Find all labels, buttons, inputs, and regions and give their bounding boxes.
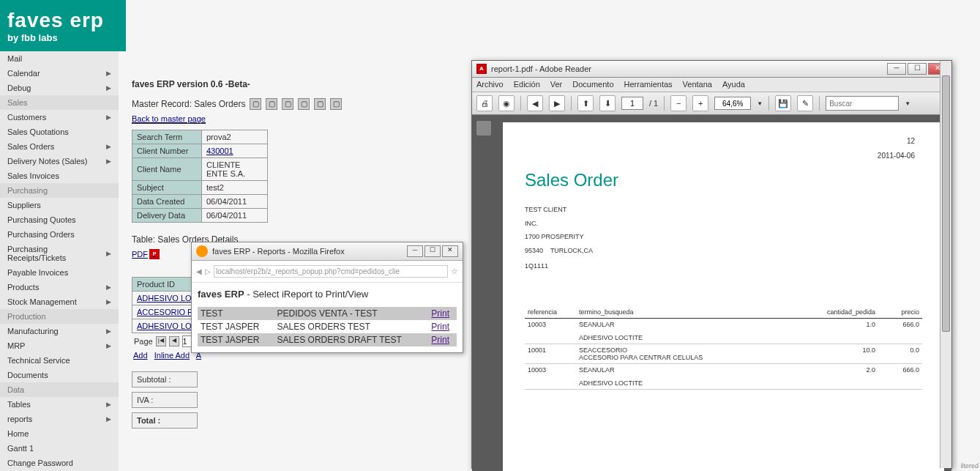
url-input[interactable] (214, 265, 448, 278)
page-down-icon[interactable]: ⬇ (599, 95, 616, 111)
scrollbar[interactable] (940, 61, 951, 468)
menu-home[interactable]: Home (0, 426, 119, 441)
master-record-text: Master Record: Sales Orders (132, 99, 245, 109)
zoom-in-icon[interactable]: + (692, 95, 708, 111)
print-icon[interactable]: 🖨 (476, 95, 493, 111)
menu-ventana[interactable]: Ventana (683, 80, 712, 89)
doc-ref: 1Q1111 (525, 262, 922, 270)
page-number-input[interactable] (621, 97, 643, 110)
chevron-right-icon: ▶ (106, 70, 111, 77)
zoom-input[interactable] (714, 97, 751, 110)
back-icon[interactable]: ◀ (196, 267, 202, 275)
menu-change-password[interactable]: Change Password (0, 456, 119, 470)
menu-sales-quotations[interactable]: Sales Quotations (0, 125, 119, 139)
menu-manufacturing[interactable]: Manufacturing▶ (0, 324, 119, 338)
bookmark-icon[interactable]: ☆ (451, 267, 458, 276)
menu-payable-invoices[interactable]: Payable Invoices (0, 265, 119, 280)
menu-ver[interactable]: Ver (550, 80, 563, 89)
print-link[interactable]: Print (431, 322, 449, 332)
back-link[interactable]: Back to master page (132, 114, 206, 124)
menu-purchasing-orders[interactable]: Purchasing Orders (0, 227, 119, 242)
menu-documents[interactable]: Documents (0, 368, 119, 382)
firefox-titlebar[interactable]: faves ERP - Reports - Mozilla Firefox ─ … (192, 242, 463, 261)
menu-mail[interactable]: Mail (0, 51, 119, 66)
search-input[interactable] (826, 96, 899, 111)
menu-documento[interactable]: Documento (572, 80, 613, 89)
print-icon[interactable]: ▢ (330, 98, 342, 110)
col-price: precio (878, 306, 922, 319)
menu-technical-service[interactable]: Technical Service (0, 353, 119, 368)
menu-sales-orders[interactable]: Sales Orders▶ (0, 139, 119, 154)
scrollbar-thumb[interactable] (942, 75, 950, 332)
page-up-icon[interactable]: ⬆ (577, 95, 594, 111)
menu-archivo[interactable]: Archivo (476, 80, 504, 89)
doc-addr1: TEST CLIENT (525, 205, 922, 215)
pages-panel-icon[interactable] (476, 121, 491, 136)
page-area: 12 2011-04-06 Sales Order TEST CLIENT IN… (495, 115, 951, 471)
firefox-urlbar: ◀ ▷ ☆ (192, 261, 463, 283)
pdf-link[interactable]: PDFP (132, 249, 160, 259)
add-link[interactable]: Add (133, 351, 148, 360)
report-cell: TEST JASPER (198, 333, 274, 346)
print-link[interactable]: Print (431, 308, 449, 319)
menu-gantt[interactable]: Gantt 1 (0, 441, 119, 456)
menu-debug[interactable]: Debug▶ (0, 81, 119, 95)
menu-ayuda[interactable]: Ayuda (722, 80, 745, 89)
minimize-button[interactable]: ─ (407, 245, 423, 257)
menu-tables[interactable]: Tables▶ (0, 397, 119, 412)
logo: faves erp by fbb labs (0, 0, 126, 51)
pager-prev-icon[interactable]: ◀ (169, 336, 179, 346)
menu-calendar[interactable]: Calendar▶ (0, 66, 119, 81)
close-button[interactable]: ✕ (442, 245, 458, 257)
menu-purchasing-receipts[interactable]: Purchasing Receipts/Tickets▶ (0, 242, 119, 265)
menu-products[interactable]: Products▶ (0, 280, 119, 294)
excel-icon[interactable]: ▢ (314, 98, 326, 110)
doc-date: 2011-04-06 (878, 152, 915, 160)
maximize-button[interactable]: ☐ (908, 63, 927, 75)
chevron-right-icon: ▶ (106, 415, 111, 423)
save-icon[interactable]: 💾 (775, 95, 791, 111)
save-icon[interactable]: ▢ (266, 98, 277, 110)
word-icon[interactable]: ▢ (282, 98, 293, 110)
next-page-icon[interactable]: ▶ (549, 95, 565, 111)
info-val: CLIENTE ENTE S.A. (202, 158, 268, 181)
info-val: prova2 (202, 130, 268, 144)
forward-icon[interactable]: ▷ (205, 267, 211, 275)
menu-customers[interactable]: Customers▶ (0, 110, 119, 125)
menu-edicion[interactable]: Edición (514, 80, 540, 89)
chevron-right-icon: ▶ (106, 283, 111, 291)
client-number-link[interactable]: 430001 (206, 147, 233, 155)
logo-main: faves erp (7, 9, 119, 32)
menu-purchasing-quotes[interactable]: Purchasing Quotes (0, 212, 119, 227)
collab-icon[interactable]: ◉ (498, 95, 515, 111)
chevron-right-icon: ▶ (106, 250, 111, 257)
menu-sales-invoices[interactable]: Sales Invoices (0, 168, 119, 183)
total-row: Total : (132, 412, 198, 429)
pager-first-icon[interactable]: |◀ (156, 336, 166, 346)
chevron-right-icon: ▶ (106, 327, 111, 335)
export-icon[interactable]: ▢ (250, 98, 261, 110)
delete-icon[interactable]: ▢ (298, 98, 310, 110)
zoom-out-icon[interactable]: − (670, 95, 687, 111)
section-purchasing: Purchasing (0, 183, 119, 198)
adobe-titlebar[interactable]: A report-1.pdf - Adobe Reader ─ ☐ ✕ (472, 61, 951, 78)
iva-row: IVA : (132, 392, 198, 408)
prev-page-icon[interactable]: ◀ (527, 95, 543, 111)
menu-delivery-notes[interactable]: Delivery Notes (Sales)▶ (0, 154, 119, 168)
menu-herramientas[interactable]: Herramientas (624, 80, 673, 89)
chevron-right-icon: ▶ (106, 298, 111, 305)
chevron-right-icon: ▶ (106, 401, 111, 408)
inline-add-link[interactable]: Inline Add (154, 351, 190, 360)
sign-icon[interactable]: ✎ (797, 95, 813, 111)
menu-suppliers[interactable]: Suppliers (0, 198, 119, 212)
menu-mrp[interactable]: MRP▶ (0, 338, 119, 353)
report-cell: SALES ORDERS DRAFT TEST (274, 333, 429, 346)
maximize-button[interactable]: ☐ (424, 245, 441, 257)
adobe-content: 12 2011-04-06 Sales Order TEST CLIENT IN… (472, 115, 951, 471)
menu-stock[interactable]: Stock Management▶ (0, 294, 119, 309)
adobe-menubar: Archivo Edición Ver Documento Herramient… (472, 78, 951, 92)
minimize-button[interactable]: ─ (887, 63, 906, 75)
menu-reports[interactable]: reports▶ (0, 412, 119, 426)
firefox-icon (196, 245, 208, 257)
print-link[interactable]: Print (431, 335, 449, 345)
